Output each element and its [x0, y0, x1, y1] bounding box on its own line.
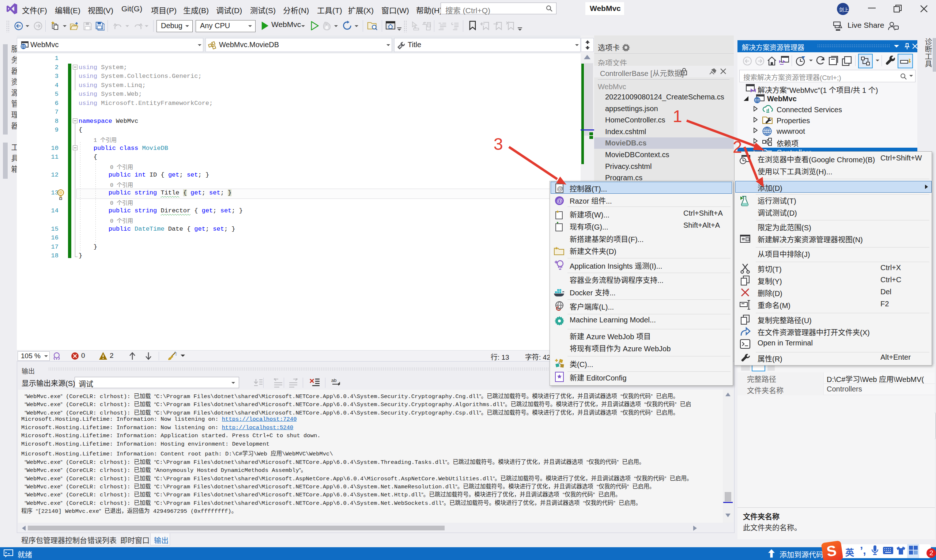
svg-text:@: @ — [557, 185, 563, 192]
svg-text:ab: ab — [331, 378, 336, 383]
svg-text:@: @ — [556, 197, 563, 204]
